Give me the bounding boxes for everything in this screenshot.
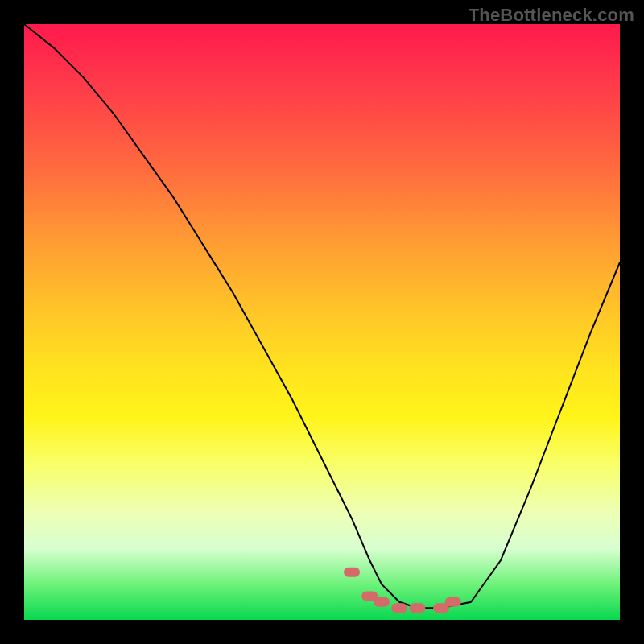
ideal-zone-markers	[344, 568, 461, 613]
ideal-zone-marker	[391, 603, 407, 613]
curve-svg	[24, 24, 620, 620]
ideal-zone-marker	[344, 568, 360, 577]
ideal-zone-marker	[374, 597, 390, 607]
ideal-zone-marker	[409, 603, 425, 613]
ideal-zone-marker	[445, 597, 461, 607]
bottleneck-curve	[24, 24, 620, 608]
plot-area	[24, 24, 620, 620]
chart-frame: TheBottleneck.com	[0, 0, 644, 644]
watermark-text: TheBottleneck.com	[469, 5, 634, 26]
